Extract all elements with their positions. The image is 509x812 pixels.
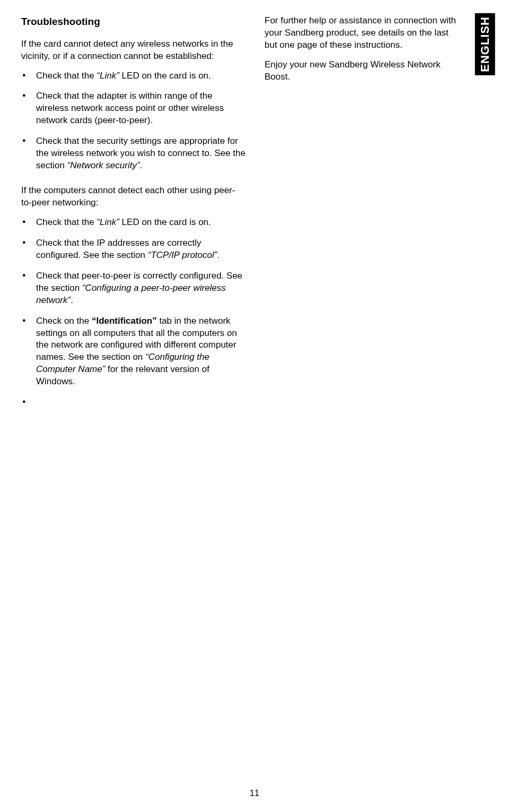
text-run: “Link” (96, 71, 119, 81)
text-run: “Network security” (67, 160, 140, 170)
text-run: Check that the (36, 71, 96, 81)
list-item: Check that the “Link” LED on the card is… (21, 70, 245, 82)
text-run: Check on the (36, 316, 92, 326)
text-run: “TCP/IP protocol” (148, 250, 217, 260)
text-run: LED on the card is on. (119, 217, 211, 227)
page-content: Troubleshooting If the card cannot detec… (0, 0, 509, 401)
text-run: . (140, 160, 143, 170)
text-run: Check that the (36, 217, 96, 227)
list-item: Check on the “Identification” tab in the… (21, 315, 245, 388)
text-run: . (217, 250, 220, 260)
text-run: “Link” (96, 217, 119, 227)
right-column: ENGLISH For further help or assistance i… (265, 15, 489, 401)
section-heading: Troubleshooting (21, 15, 245, 29)
text-run: Check that the adapter is within range o… (36, 91, 224, 125)
list-item: Check that peer-to-peer is correctly con… (21, 270, 245, 307)
text-run: “Identification” (92, 316, 157, 326)
text-run: LED on the card is on. (119, 71, 211, 81)
bullet-list-2: Check that the “Link” LED on the card is… (21, 217, 245, 388)
list-item: Check that the adapter is within range o… (21, 90, 245, 127)
list-item: Check that the “Link” LED on the card is… (21, 217, 245, 229)
help-paragraph: For further help or assistance in connec… (265, 15, 489, 51)
intro-paragraph: If the card cannot detect any wireless n… (21, 38, 245, 63)
bullet-list-1: Check that the “Link” LED on the card is… (21, 70, 245, 172)
left-column: Troubleshooting If the card cannot detec… (21, 15, 245, 401)
page-number: 11 (0, 788, 509, 799)
language-tab: ENGLISH (475, 13, 495, 75)
intro2-paragraph: If the computers cannot detect each othe… (21, 185, 245, 209)
text-run: . (71, 295, 73, 305)
right-text-block: For further help or assistance in connec… (265, 15, 489, 83)
list-item: Check that the security settings are app… (21, 135, 245, 172)
list-item: Check that the IP addresses are cor­rect… (21, 237, 245, 262)
closing-paragraph: Enjoy your new Sandberg Wireless Network… (265, 59, 489, 83)
